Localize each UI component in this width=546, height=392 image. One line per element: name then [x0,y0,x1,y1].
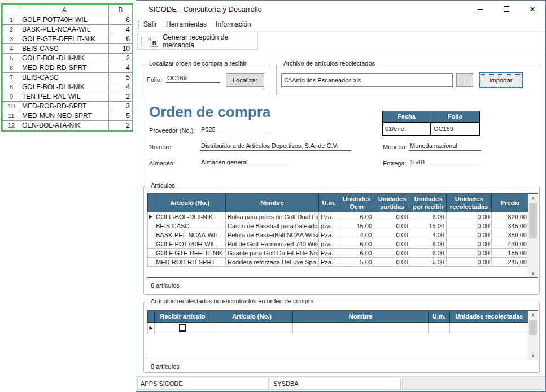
grid-cell[interactable]: pza. [319,221,339,230]
nombre-input[interactable]: Distribuidora de Articulos Deportivos, S… [200,142,351,151]
file-path-input[interactable]: C:\Articulos Escaneados.xls [281,73,453,87]
scroll-up-icon[interactable]: ∧ [528,194,538,203]
sheet-row-number[interactable]: 9 [3,92,20,102]
grid-cell[interactable]: 0.00 [374,221,410,230]
grid-cell[interactable]: Guante para Golf Dri-Fit Elite Nik [226,249,319,258]
grid-cell[interactable]: 6.00 [339,239,374,249]
sheet-cell[interactable]: 3 [109,102,133,111]
grid-cell[interactable]: 0.00 [447,212,492,221]
sheet-column-header-B[interactable]: B [109,5,133,15]
grid-cell[interactable]: 4.00 [410,230,447,239]
menu-item-2[interactable]: Información [211,20,256,28]
sheet-row-number[interactable]: 11 [3,111,20,121]
entrega-input[interactable]: 15/01 [409,159,481,167]
sheet-cell[interactable]: GOLF-GTE-DFELIT-NIK [20,34,109,44]
sheet-row-number[interactable]: 12 [3,121,20,130]
grid-cell[interactable]: 5.00 [410,258,447,267]
grid-cell[interactable] [293,323,429,334]
grid-cell[interactable]: 350.00 [492,230,529,239]
minimize-button[interactable] [468,1,493,18]
sheet-corner-cell[interactable] [3,5,20,15]
sheet-cell[interactable]: GOLF-BOL-DLII-NIK [20,54,109,63]
grid-cell[interactable]: pza. [319,239,339,249]
almacen-input[interactable]: Almacén general [200,159,289,167]
menu-item-1[interactable]: Herramientas [161,20,211,28]
grid-cell[interactable]: 15.00 [339,221,374,230]
sheet-cell[interactable]: 4 [109,63,133,73]
grid-cell[interactable]: 0.00 [447,221,492,230]
folio-input[interactable]: OC169 [166,75,220,83]
grid-cell[interactable]: GOLF-BOL-DLII-NIK [154,212,226,221]
table-row[interactable]: BASK-PEL-NCAA-WILPelota de BasketBall NC… [148,230,529,239]
sheet-cell[interactable]: MED-ROD-RD-SPRT [20,102,109,111]
sheet-cell[interactable]: GOLF-BOL-DLII-NIK [20,82,109,92]
grid-cell[interactable]: BASK-PEL-NCAA-WIL [154,230,226,239]
grid-cell[interactable]: Rodillera reforzada DeLuxe Spo [226,258,319,267]
sheet-cell[interactable]: 5 [109,73,133,82]
sheet-cell[interactable]: GEN-BOL-ATA-NIK [20,121,109,130]
grid-cell[interactable]: Bolsa para palos de Golf Dual Lig [226,212,319,221]
sheet-column-header-A[interactable]: A [20,5,109,15]
grid-cell[interactable]: Pelota de BasketBall NCAA Wilso [226,230,319,239]
grid-cell[interactable]: 6.00 [410,212,447,221]
generate-reception-button[interactable]: AB Generar recepción de mercancía [137,33,258,50]
table-row[interactable]: MED-ROD-RD-SPRTRodillera reforzada DeLux… [148,258,529,267]
grid-cell[interactable]: Pza. [319,249,339,258]
grid-cell[interactable]: 0.00 [374,258,410,267]
grid-cell[interactable]: 0.00 [374,239,410,249]
grid-cell[interactable]: 0.00 [447,239,492,249]
sheet-cell[interactable]: BASK-PEL-NCAA-WIL [20,25,109,34]
scroll-up-icon[interactable]: ∧ [528,311,538,320]
sheet-cell[interactable]: 5 [109,111,133,121]
table-row[interactable]: ▶ [148,323,529,334]
grid-cell[interactable]: 6.00 [339,212,374,221]
sheet-row-number[interactable]: 5 [3,54,20,63]
grid-cell[interactable]: 0.00 [374,249,410,258]
not-found-grid-scrollbar[interactable]: ∧ ∨ [528,311,538,360]
grid-cell[interactable]: Pot de Golf Harmonized 740 Wils [226,239,319,249]
localizar-button[interactable]: Localizar [226,73,264,87]
browse-button[interactable]: ... [456,73,473,87]
sheet-cell[interactable]: TEN-PEL-RAL-WIL [20,92,109,102]
grid-cell[interactable]: BEIS-CASC [154,221,226,230]
grid-cell[interactable]: 0.00 [447,249,492,258]
scrollbar-thumb[interactable] [529,203,537,238]
sheet-cell[interactable]: BEIS-CASC [20,44,109,54]
grid-cell[interactable]: 820.00 [492,212,529,221]
grid-cell[interactable]: Pza. [319,212,339,221]
recibir-checkbox[interactable] [179,324,186,332]
moneda-input[interactable]: Moneda nacional [409,142,481,151]
sheet-cell[interactable]: GOLF-POT740H-WIL [20,15,109,25]
sheet-row-number[interactable]: 1 [3,15,20,25]
sheet-cell[interactable]: 2 [109,92,133,102]
scrollbar-thumb[interactable] [529,320,537,335]
sheet-cell[interactable]: BEIS-CASC [20,73,109,82]
grid-cell[interactable] [211,323,293,334]
sheet-cell[interactable]: 6 [109,34,133,44]
grid-cell[interactable]: GOLF-GTE-DFELIT-NIK [154,249,226,258]
articles-grid-scrollbar[interactable]: ∧ ∨ [528,194,538,277]
sheet-cell[interactable]: 2 [109,121,133,130]
grid-cell[interactable]: 6.00 [339,249,374,258]
proveedor-input[interactable]: P025 [200,126,269,134]
grid-cell[interactable]: 15.00 [410,221,447,230]
grid-cell[interactable]: 0.00 [447,258,492,267]
grid-cell[interactable]: 4.00 [339,230,374,239]
sheet-cell[interactable]: 4 [109,25,133,34]
sheet-row-number[interactable]: 4 [3,44,20,54]
grid-cell[interactable]: 0.00 [374,212,410,221]
grid-cell[interactable] [450,323,529,334]
grid-cell[interactable]: Pza. [319,258,339,267]
table-row[interactable]: BEIS-CASCCasco de Baseball para bateadop… [148,221,529,230]
grid-cell[interactable]: Pza. [319,230,339,239]
sheet-row-number[interactable]: 3 [3,34,20,44]
grid-cell[interactable]: 245.00 [492,258,529,267]
sheet-row-number[interactable]: 7 [3,73,20,82]
grid-cell[interactable]: 6.00 [410,239,447,249]
grid-cell[interactable] [429,323,450,334]
sheet-cell[interactable]: MED-MUÑ-NEO-SPRT [20,111,109,121]
grid-cell[interactable]: 430.00 [492,239,529,249]
sheet-cell[interactable]: 6 [109,15,133,25]
grid-cell[interactable]: 6.00 [410,249,447,258]
sheet-cell[interactable]: 4 [109,82,133,92]
